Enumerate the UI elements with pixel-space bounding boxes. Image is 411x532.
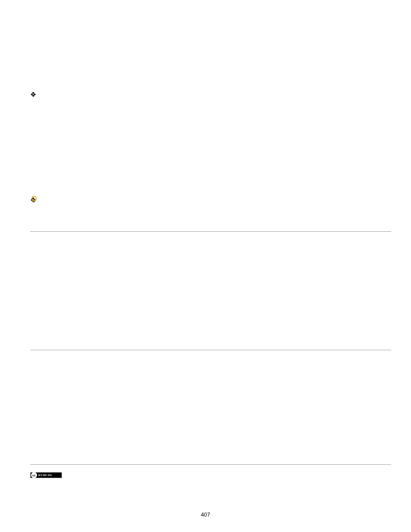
cc-logo-icon: cc xyxy=(31,472,37,478)
cc-license-text: BY-NC-SA xyxy=(38,474,52,476)
svg-rect-1 xyxy=(33,201,35,202)
section-divider xyxy=(30,350,391,350)
diamond-bullet-icon: ❖ xyxy=(30,90,36,99)
page-number: 407 xyxy=(0,511,411,518)
section-divider xyxy=(30,464,391,465)
section-divider xyxy=(30,231,391,232)
svg-point-0 xyxy=(32,196,36,201)
document-content: ❖ ❖ xyxy=(30,90,391,196)
cc-logo-text: cc xyxy=(32,474,36,477)
cc-license-badge: cc BY-NC-SA xyxy=(30,472,62,478)
lightbulb-icon xyxy=(31,196,37,203)
